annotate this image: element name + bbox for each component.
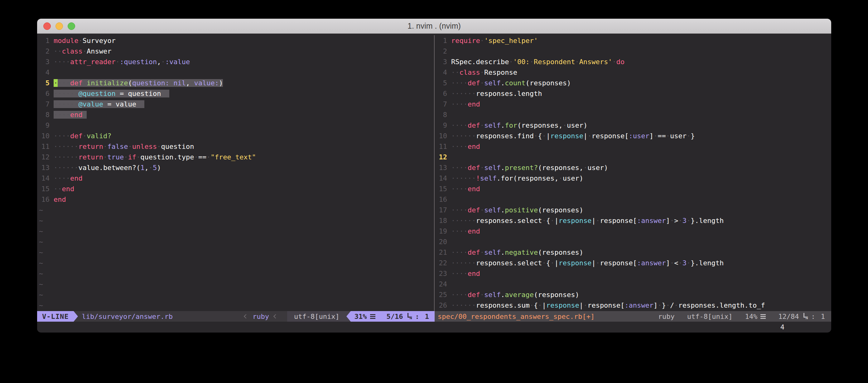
empty-line-tilde: ~ xyxy=(37,279,434,289)
code-line-5[interactable]: 5····def·self.count(responses) xyxy=(435,77,831,88)
empty-line-tilde: ~ xyxy=(37,226,434,236)
code-line-17[interactable]: 17····def·self.positive(responses) xyxy=(435,205,831,215)
code-line-5[interactable]: 5····def·initialize(question:·nil,·value… xyxy=(37,77,434,88)
left-editor-pane[interactable]: 1module·Surveyor2··class·Answer3····attr… xyxy=(37,35,434,311)
line-number: 16 xyxy=(435,196,447,203)
encoding-indicator: utf-8[unix] xyxy=(687,313,733,320)
filetype-indicator: ruby xyxy=(658,313,675,320)
close-button[interactable] xyxy=(43,23,51,30)
code-line-4[interactable]: 4 xyxy=(37,67,434,77)
code-line-1[interactable]: 1module·Surveyor xyxy=(37,35,434,46)
code-line-6[interactable]: 6······@question·=·question xyxy=(37,88,434,99)
code-line-19[interactable]: 19····end xyxy=(435,226,831,236)
code-line-7[interactable]: 7····end xyxy=(435,99,831,109)
showcmd-pending-count: 4 xyxy=(780,323,784,331)
code-line-15[interactable]: 15··end xyxy=(37,183,434,194)
code-line-14[interactable]: 14····end xyxy=(37,173,434,183)
nvim-content: 1module·Surveyor2··class·Answer3····attr… xyxy=(37,34,831,332)
line-number: 1 xyxy=(37,37,50,44)
window-titlebar[interactable]: 1. nvim . (nvim) xyxy=(37,19,831,34)
code-line-24[interactable]: 24 xyxy=(435,279,831,289)
code-line-15[interactable]: 15····end xyxy=(435,183,831,194)
code-line-1[interactable]: 1require·'spec_helper' xyxy=(435,35,831,46)
code-line-23[interactable]: 23····end xyxy=(435,268,831,279)
scroll-percent: 14% xyxy=(745,313,766,320)
code-line-11[interactable]: 11······return·false·unless·question xyxy=(37,141,434,152)
line-number: 22 xyxy=(435,259,447,267)
line-number: 11 xyxy=(37,143,50,150)
powerline-arrow-icon xyxy=(73,311,78,322)
column-number: 1 xyxy=(821,313,825,320)
window-title: 1. nvim . (nvim) xyxy=(407,22,461,31)
encoding-indicator: utf-8[unix] xyxy=(287,311,346,322)
scroll-percent: 31% xyxy=(354,313,367,320)
code-line-22[interactable]: 22······responses.select·{·|response|·re… xyxy=(435,257,831,268)
line-number: 15 xyxy=(435,185,447,193)
code-line-8[interactable]: 8 xyxy=(435,109,831,120)
line-number: 4 xyxy=(435,69,447,76)
line-number: 13 xyxy=(37,164,50,172)
line-number: 25 xyxy=(435,291,447,299)
line-number: 8 xyxy=(435,111,447,119)
statusline-inactive: spec/00_respondents_answers_spec.rb[+] r… xyxy=(435,311,831,322)
empty-line-tilde: ~ xyxy=(37,300,434,310)
line-number: 23 xyxy=(435,270,447,277)
menu-bars-icon xyxy=(370,314,375,319)
code-line-13[interactable]: 13····def·self.present?(responses,·user) xyxy=(435,162,831,173)
line-number: 13 xyxy=(435,164,447,172)
inactive-file-path: spec/00_respondents_answers_spec.rb[+] xyxy=(438,313,595,320)
code-line-13[interactable]: 13······value.between?(1,·5) xyxy=(37,162,434,173)
line-number: 15 xyxy=(37,185,50,193)
empty-line-tilde: ~ xyxy=(37,247,434,257)
code-line-3[interactable]: 3····attr_reader·:question,·:value xyxy=(37,56,434,67)
mode-indicator: V-LINE xyxy=(37,311,73,322)
code-line-6[interactable]: 6······responses.length xyxy=(435,88,831,99)
line-number: 19 xyxy=(435,227,447,235)
line-count: 5/16 xyxy=(386,313,403,320)
line-number: 10 xyxy=(37,132,50,140)
code-line-16[interactable]: 16 xyxy=(435,194,831,205)
line-number: 4 xyxy=(37,69,50,76)
line-number: 14 xyxy=(435,174,447,182)
line-number: 12 xyxy=(435,153,447,161)
line-number: 8 xyxy=(37,111,50,119)
right-editor-pane[interactable]: 1require·'spec_helper'23RSpec.describe·'… xyxy=(435,35,831,311)
code-line-12[interactable]: 12······return·true·if·question.type·==·… xyxy=(37,152,434,162)
code-line-2[interactable]: 2 xyxy=(435,46,831,56)
visual-selection: ····def·initialize(question:·nil,·value:… xyxy=(54,79,223,87)
visual-selection: ······@question·=·question xyxy=(54,90,169,98)
empty-line-tilde: ~ xyxy=(37,236,434,247)
code-line-20[interactable]: 20 xyxy=(435,236,831,247)
code-line-14[interactable]: 14······!self.for(responses,·user) xyxy=(435,173,831,183)
zoom-button[interactable] xyxy=(68,23,75,30)
code-line-25[interactable]: 25····def·self.average(responses) xyxy=(435,289,831,300)
line-number: 14 xyxy=(37,174,50,182)
code-line-16[interactable]: 16end xyxy=(37,194,434,205)
line-number: 3 xyxy=(37,58,50,66)
code-line-21[interactable]: 21····def·self.negative(responses) xyxy=(435,247,831,257)
code-line-7[interactable]: 7······@value·=·value xyxy=(37,99,434,109)
code-line-3[interactable]: 3RSpec.describe·'00:·Respondent·Answers'… xyxy=(435,56,831,67)
empty-line-tilde: ~ xyxy=(37,257,434,268)
window-controls xyxy=(43,19,75,34)
code-line-9[interactable]: 9····def·self.for(responses,·user) xyxy=(435,120,831,131)
code-line-9[interactable]: 9 xyxy=(37,120,434,131)
minimize-button[interactable] xyxy=(56,23,63,30)
active-file-path: lib/surveyor/answer.rb xyxy=(82,311,173,322)
line-number: 24 xyxy=(435,280,447,288)
code-line-2[interactable]: 2··class·Answer xyxy=(37,46,434,56)
code-line-18[interactable]: 18······responses.select·{·|response|·re… xyxy=(435,215,831,226)
code-line-8[interactable]: 8····end xyxy=(37,109,434,120)
empty-line-tilde: ~ xyxy=(37,268,434,279)
column-number: 1 xyxy=(425,313,429,320)
code-line-10[interactable]: 10······responses.find·{·|response|·resp… xyxy=(435,131,831,141)
line-number: 26 xyxy=(435,302,447,309)
line-number: 6 xyxy=(435,90,447,98)
chevron-left-icon xyxy=(244,314,248,318)
code-line-11[interactable]: 11····end xyxy=(435,141,831,152)
command-line: 4 xyxy=(37,322,831,332)
code-line-10[interactable]: 10····def·valid? xyxy=(37,131,434,141)
code-line-26[interactable]: 26······responses.sum·{·|response|·respo… xyxy=(435,300,831,310)
code-line-12[interactable]: 12 xyxy=(435,152,831,162)
code-line-4[interactable]: 4··class·Response xyxy=(435,67,831,77)
